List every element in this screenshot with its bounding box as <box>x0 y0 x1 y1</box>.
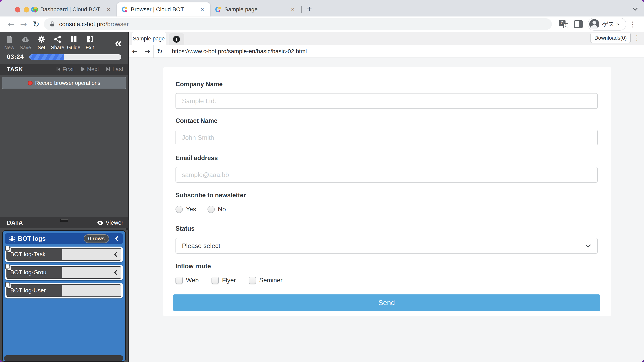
data-viewer-button[interactable]: Viewer <box>97 219 123 226</box>
bot-log-field-value <box>62 249 121 260</box>
chevron-left-icon[interactable] <box>114 252 118 257</box>
bot-logs-title: BOT logs <box>18 235 46 242</box>
company-name-input[interactable] <box>176 93 598 109</box>
inflow-flyer-label: Flyer <box>222 277 236 284</box>
tab-close-icon[interactable]: × <box>105 6 112 13</box>
avatar <box>589 19 599 29</box>
book-icon <box>70 35 78 43</box>
newsletter-options: Yes No <box>176 206 599 213</box>
new-button[interactable]: New <box>1 35 17 50</box>
email-input[interactable] <box>176 167 598 183</box>
save-button[interactable]: Save <box>17 35 34 50</box>
inflow-route-options: Web Flyer Seminer <box>176 277 599 284</box>
skip-first-icon <box>56 66 61 72</box>
downloads-button[interactable]: Downloads(0) <box>590 33 631 43</box>
data-title: DATA <box>7 219 23 226</box>
horizontal-scrollbar[interactable] <box>4 355 123 361</box>
exit-button[interactable]: Exit <box>82 35 98 50</box>
tab-close-icon[interactable]: × <box>289 6 296 13</box>
bot-logs-panel: BOT logs 0 rows BOT log-Task <box>2 230 126 362</box>
last-step-button[interactable]: Last <box>106 66 123 73</box>
cloud-browser-pane: Sample page + Downloads(0) ⋮ ← → ↻ https… <box>129 32 644 362</box>
next-step-button[interactable]: Next <box>81 66 99 73</box>
newsletter-yes-radio[interactable] <box>176 206 183 213</box>
tab-close-icon[interactable]: × <box>199 6 206 13</box>
window-close-button[interactable] <box>15 7 20 12</box>
viewer-url[interactable]: https://www.c-bot.pro/sample-en/basic/ba… <box>172 45 307 57</box>
set-button[interactable]: Set <box>34 35 50 50</box>
bot-log-row[interactable]: BOT log-Grou <box>5 265 123 280</box>
bot-log-row[interactable]: BOT log-User <box>5 283 123 299</box>
status-label: Status <box>176 225 599 232</box>
bot-logs-header[interactable]: BOT logs 0 rows <box>5 233 123 244</box>
cloudbot-favicon <box>215 6 222 13</box>
copy-icon[interactable] <box>4 263 12 272</box>
collapse-sidebar-icon[interactable]: « <box>115 35 122 50</box>
viewer-reload-icon[interactable]: ↻ <box>154 45 166 57</box>
task-step-nav: First Next Last <box>56 66 123 73</box>
reload-icon[interactable]: ↻ <box>30 19 42 29</box>
session-progress-fill <box>30 54 64 60</box>
first-step-button[interactable]: First <box>56 66 74 73</box>
tab-title: Dashboard | Cloud BOT <box>40 6 102 13</box>
share-button[interactable]: Share <box>50 35 66 50</box>
tab-title: Browser | Cloud BOT <box>131 6 196 13</box>
new-tab-button[interactable]: + <box>304 3 315 15</box>
chevron-left-icon[interactable] <box>114 270 118 275</box>
new-file-icon <box>5 35 14 43</box>
tab-dashboard[interactable]: Dashboard | Cloud BOT × <box>26 2 117 16</box>
inflow-flyer-checkbox[interactable] <box>212 277 219 284</box>
tab-browser-active[interactable]: Browser | Cloud BOT × <box>117 2 210 16</box>
status-selected-value: Please select <box>182 242 220 250</box>
bot-log-field-value <box>62 267 121 278</box>
record-operations-button[interactable]: Record browser operations <box>2 77 126 89</box>
translate-icon[interactable]: G 文 <box>559 20 568 28</box>
viewer-back-icon[interactable]: ← <box>129 45 141 57</box>
guide-button[interactable]: Guide <box>66 35 82 50</box>
viewer-new-tab-button[interactable]: + <box>169 33 184 45</box>
data-drag-handle[interactable] <box>60 219 68 222</box>
tab-search-chevron-icon[interactable] <box>632 7 638 11</box>
contact-name-label: Contact Name <box>176 117 599 124</box>
inflow-seminer-checkbox[interactable] <box>249 277 256 284</box>
tab-title: Sample page <box>224 6 286 13</box>
forward-icon[interactable]: → <box>17 19 30 29</box>
cloudbot-sidebar: New Save <box>0 32 129 362</box>
chevron-left-icon[interactable] <box>114 236 119 242</box>
sidebar-toolbar: New Save <box>0 32 128 51</box>
task-title: TASK <box>7 66 23 73</box>
side-panel-icon[interactable] <box>574 20 583 28</box>
cloud-upload-icon <box>21 35 30 43</box>
bot-log-row[interactable]: BOT log-Task <box>5 247 123 262</box>
task-section-header: TASK First Next Last <box>0 64 128 75</box>
inflow-seminer-label: Seminer <box>259 277 282 284</box>
browser-window: Dashboard | Cloud BOT × Browser | Cloud … <box>0 0 644 362</box>
viewer-menu-icon[interactable]: ⋮ <box>634 34 640 42</box>
viewer-tab-sample-page[interactable]: Sample page <box>132 32 166 45</box>
tab-separator <box>301 6 302 13</box>
cloudbot-favicon <box>30 6 38 13</box>
newsletter-no-radio[interactable] <box>208 206 215 213</box>
copy-icon[interactable] <box>4 281 12 290</box>
viewer-nav-bar: ← → ↻ https://www.c-bot.pro/sample-en/ba… <box>129 45 644 58</box>
back-icon[interactable]: ← <box>5 19 17 29</box>
address-bar[interactable]: console.c-bot.pro/browser <box>44 18 552 30</box>
inflow-web-checkbox[interactable] <box>176 277 183 284</box>
profile-button[interactable]: ゲスト <box>588 18 626 30</box>
contact-name-input[interactable] <box>176 130 598 145</box>
share-icon <box>53 35 62 43</box>
inflow-web-label: Web <box>186 277 199 284</box>
inflow-route-label: Inflow route <box>176 263 599 270</box>
newsletter-yes-label: Yes <box>186 206 196 213</box>
send-button[interactable]: Send <box>173 295 600 311</box>
tab-sample-page[interactable]: Sample page × <box>210 2 301 16</box>
copy-icon[interactable] <box>4 245 12 254</box>
chrome-menu-icon[interactable]: ⋮ <box>626 20 639 28</box>
session-timer-row: 03:24 <box>0 51 128 64</box>
rows-count-badge: 0 rows <box>84 234 109 243</box>
chrome-tab-bar: Dashboard | Cloud BOT × Browser | Cloud … <box>0 0 644 16</box>
viewer-forward-icon[interactable]: → <box>141 45 154 57</box>
bot-log-field-label: BOT log-Grou <box>7 267 62 278</box>
gear-icon <box>37 35 46 43</box>
status-select[interactable]: Please select <box>176 238 598 254</box>
